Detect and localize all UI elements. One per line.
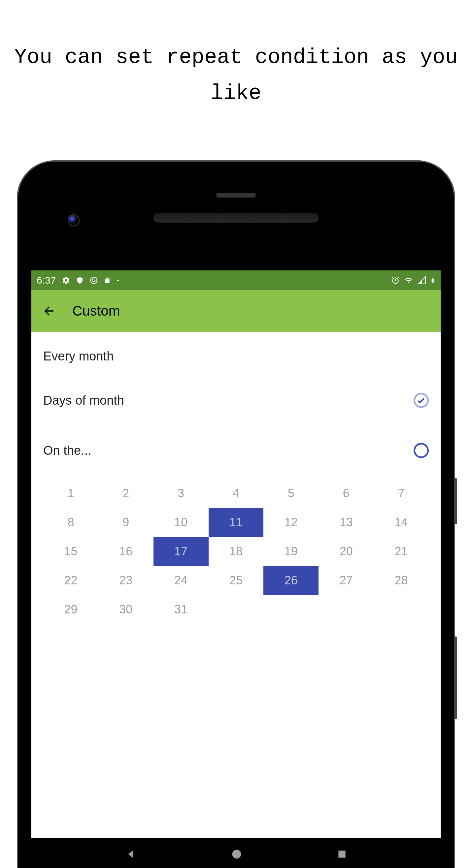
sd-card-icon — [104, 276, 111, 284]
day-cell-26[interactable]: 26 — [263, 566, 319, 595]
radio-days-of-month-checked[interactable] — [414, 393, 429, 408]
radio-on-the-unchecked[interactable] — [414, 443, 429, 458]
app-bar: Custom — [31, 290, 441, 332]
day-cell-29[interactable]: 29 — [43, 595, 98, 624]
option-on-the[interactable]: On the... — [43, 432, 429, 469]
nav-home-icon[interactable] — [231, 848, 243, 860]
day-cell-23[interactable]: 23 — [98, 566, 153, 595]
day-cell-27[interactable]: 27 — [319, 566, 374, 595]
day-cell-3[interactable]: 3 — [153, 479, 209, 508]
shield-icon — [76, 276, 84, 285]
option-label-days-of-month: Days of month — [43, 394, 124, 408]
phone-screen: 6:37 • — [31, 271, 441, 838]
phone-side-button-1 — [454, 478, 457, 524]
content-area: Every month Days of month On the... 1234… — [31, 332, 441, 624]
day-cell-12[interactable]: 12 — [263, 508, 319, 537]
phone-frame: 6:37 • — [18, 162, 454, 868]
back-arrow-icon[interactable] — [42, 304, 56, 318]
day-cell-21[interactable]: 21 — [374, 537, 429, 566]
day-cell-6[interactable]: 6 — [319, 479, 374, 508]
phone-speaker — [153, 213, 319, 223]
phone-camera — [68, 214, 80, 226]
day-cell-19[interactable]: 19 — [263, 537, 319, 566]
calendar-grid: 1234567891011121314151617181920212223242… — [43, 479, 429, 624]
status-time: 6:37 — [37, 275, 56, 286]
day-cell-30[interactable]: 30 — [98, 595, 153, 624]
day-cell-28[interactable]: 28 — [374, 566, 429, 595]
day-cell-18[interactable]: 18 — [209, 537, 264, 566]
phone-notch — [216, 193, 256, 197]
day-cell-20[interactable]: 20 — [319, 537, 374, 566]
day-cell-7[interactable]: 7 — [374, 479, 429, 508]
app-title: Custom — [72, 303, 120, 319]
option-days-of-month[interactable]: Days of month — [43, 382, 429, 419]
battery-icon — [430, 276, 435, 285]
signal-icon — [417, 276, 426, 285]
day-cell-10[interactable]: 10 — [153, 508, 209, 537]
svg-rect-3 — [338, 850, 346, 858]
option-every-month[interactable]: Every month — [43, 332, 429, 369]
dot-icon: • — [117, 277, 119, 284]
phone-top-bezel — [31, 175, 441, 271]
day-cell-14[interactable]: 14 — [374, 508, 429, 537]
day-cell-24[interactable]: 24 — [153, 566, 209, 595]
day-cell-4[interactable]: 4 — [209, 479, 264, 508]
svg-point-0 — [91, 277, 97, 284]
day-cell-31[interactable]: 31 — [153, 595, 209, 624]
day-cell-15[interactable]: 15 — [43, 537, 98, 566]
day-cell-13[interactable]: 13 — [319, 508, 374, 537]
nav-recent-icon[interactable] — [337, 849, 347, 860]
nav-back-icon[interactable] — [125, 848, 137, 860]
day-cell-11[interactable]: 11 — [209, 508, 264, 537]
day-cell-1[interactable]: 1 — [43, 479, 98, 508]
svg-point-2 — [232, 850, 241, 859]
day-cell-2[interactable]: 2 — [98, 479, 153, 508]
gear-icon — [62, 276, 70, 285]
phone-side-button-2 — [454, 637, 457, 719]
day-cell-5[interactable]: 5 — [263, 479, 319, 508]
day-cell-16[interactable]: 16 — [98, 537, 153, 566]
android-nav-bar — [31, 838, 441, 868]
day-cell-9[interactable]: 9 — [98, 508, 153, 537]
no-sync-icon — [89, 276, 98, 285]
option-label-on-the: On the... — [43, 443, 91, 458]
status-bar: 6:37 • — [31, 271, 441, 290]
page-caption: You can set repeat condition as you like — [0, 39, 472, 112]
day-cell-8[interactable]: 8 — [43, 508, 98, 537]
day-cell-22[interactable]: 22 — [43, 566, 98, 595]
option-label-every-month: Every month — [43, 349, 114, 364]
wifi-icon — [404, 276, 414, 284]
day-cell-25[interactable]: 25 — [209, 566, 264, 595]
alarm-icon — [391, 276, 400, 285]
day-cell-17[interactable]: 17 — [153, 537, 209, 566]
